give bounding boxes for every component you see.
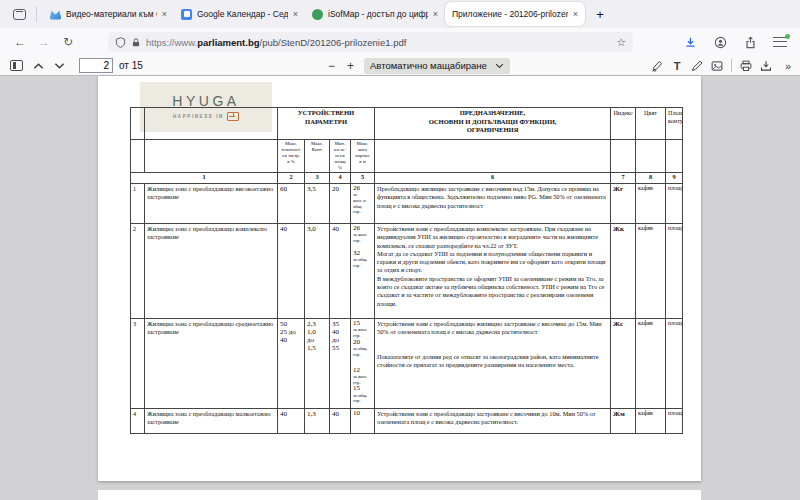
subheader-kint: Макс. Кинт [305,140,330,173]
colnum: 8 [636,172,666,183]
pen-icon [691,60,703,72]
tab-close-icon[interactable]: × [162,9,167,19]
tab-video-materials[interactable]: Видео-материали към Серти × [43,2,174,26]
header-empty [131,108,145,140]
pdf-page-3-preview [98,490,701,500]
text-tool-button[interactable]: T [669,57,685,75]
colnum: 7 [611,172,636,183]
forward-button[interactable]: → [32,31,56,53]
share-button[interactable] [738,31,762,53]
tab-close-icon[interactable]: × [433,9,438,19]
colnum: 1 [131,172,278,183]
table-row: 2 Жилищна зона с преобладаващо комплексн… [131,223,683,318]
update-badge [785,34,790,39]
calendar-favicon-icon [181,9,192,20]
tab-google-calendar[interactable]: Google Календар - Седмицата × [174,2,305,26]
zoom-select-label: Автоматично мащабиране [370,60,487,71]
downloads-button[interactable] [678,31,702,53]
zones-table: УСТРОЙСТВЕНИ ПАРАМЕТРИ ПРЕДНАЗНАЧЕНИЕ, О… [130,107,683,434]
account-button[interactable] [708,31,732,53]
reload-button[interactable]: ↻ [56,31,80,53]
highlight-tool-button[interactable] [649,57,665,75]
next-page-button[interactable] [54,57,65,75]
app-menu-button[interactable] [768,31,792,53]
pdf-page-2: HYUGA HAPPINESS IN УСТРОЙСТВЕНИ ПАРАМЕТР… [98,76,701,481]
zoom-in-button[interactable]: + [341,59,360,73]
tab-close-icon[interactable]: × [293,9,298,19]
density-value: 60 [278,183,305,223]
kint-value: 1,3 [305,408,330,433]
draw-tool-button[interactable] [689,57,705,75]
share-icon [744,36,757,49]
tab-prilozhenie-active[interactable]: Приложение - 201206-prilozen × [445,2,585,26]
kint-value: 2,31,0 до 1,5 [305,318,330,408]
tab-bar: Видео-материали към Серти × Google Кален… [0,0,800,28]
density-value: 40 [278,408,305,433]
row-number: 2 [131,223,145,318]
row-number: 4 [131,408,145,433]
isofmap-favicon-icon [312,9,323,20]
green-value: 40 [330,223,351,318]
header-params-group: УСТРОЙСТВЕНИ ПАРАМЕТРИ [278,108,375,140]
colnum: 5 [351,172,375,183]
kota-value: 15 за жил. стр. 20 за общ. стр. 12 за жи… [351,318,375,408]
zone-description: Устройствени зони с преобладаващо застро… [375,408,611,433]
zoom-select[interactable]: Автоматично мащабиране [364,58,510,74]
zone-index: Жс [611,318,636,408]
toggle-sidebar-button[interactable] [10,57,23,75]
video-favicon-icon [50,9,61,20]
tab-separator [36,6,37,22]
kint-value: 3,5 [305,183,330,223]
previous-page-button[interactable] [33,57,44,75]
bookmark-star-icon[interactable]: ☆ [616,36,626,49]
hamburger-menu-icon [773,37,787,48]
colnum: 6 [375,172,611,183]
page-number-input[interactable] [79,58,113,73]
row-number: 3 [131,318,145,408]
zone-color: кафяв [636,408,666,433]
kota-value: 26 за жил. и общ. стр. [351,183,375,223]
subheader-green: Мин. озеле- нена площ % [330,140,351,173]
colnum: 4 [330,172,351,183]
tab-isofmap[interactable]: iSofMap - достъп до цифрови дан × [305,2,445,26]
url-bar[interactable]: https://www.parliament.bg/pub/StenD/2012… [108,32,633,52]
new-tab-button[interactable]: + [589,3,611,25]
zone-area: площ [666,318,683,408]
kint-value: 3,0 [305,223,330,318]
header-index: Индекс [611,108,636,140]
zone-area: площ [666,223,683,318]
back-button[interactable]: ← [8,31,32,53]
more-tools-button[interactable]: » [778,57,794,75]
density-value: 40 [278,223,305,318]
zone-name: Жилищна зона с преобладаващо малкоетажно… [145,408,278,433]
shield-icon[interactable] [115,37,126,48]
zone-description: Преобладаващо жилищно застрояване с висо… [375,183,611,223]
print-button[interactable] [738,57,754,75]
sidebar-icon [10,60,23,71]
pdf-viewer[interactable]: HYUGA HAPPINESS IN УСТРОЙСТВЕНИ ПАРАМЕТР… [0,76,800,500]
printer-icon [740,60,752,72]
add-image-button[interactable] [709,57,725,75]
tab-close-icon[interactable]: × [573,9,578,19]
tab-label: Google Календар - Седмицата [197,9,288,19]
zone-area: площ [666,183,683,223]
zone-name: Жилищна зона с преобладаващо комплексно … [145,223,278,318]
lock-icon[interactable] [131,37,141,48]
zone-area: площ [666,408,683,433]
zone-index: Жм [611,408,636,433]
table-row: 1 Жилищна зона с преобладаващо високоета… [131,183,683,223]
firefox-view-icon [13,9,26,20]
zoom-out-button[interactable]: − [322,59,341,73]
colnum: 2 [278,172,305,183]
zone-index: Жк [611,223,636,318]
chevron-down-icon [495,63,504,69]
firefox-view-button[interactable] [6,3,32,25]
save-button[interactable] [758,57,774,75]
tab-label: Приложение - 201206-prilozen [452,9,568,19]
chevron-down-icon [54,62,65,70]
url-text[interactable]: https://www.parliament.bg/pub/StenD/2012… [146,37,611,48]
toolbar-separator [731,59,732,72]
tab-label: Видео-материали към Серти [66,9,157,19]
zone-color: кафяв [636,223,666,318]
zone-index: Жг [611,183,636,223]
